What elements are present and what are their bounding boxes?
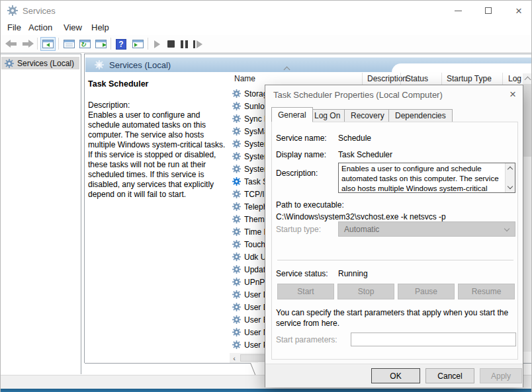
menu-file[interactable]: File [7,22,21,32]
column-separator[interactable] [502,73,503,85]
column-separator[interactable] [362,73,363,85]
description-text: Enables a user to configure and schedule… [341,164,503,193]
service-status-value: Running [338,269,368,278]
scroll-down-icon[interactable] [508,184,513,189]
apply-button[interactable]: Apply [480,368,522,383]
stop-service-button[interactable] [165,37,177,51]
pause-button[interactable]: Pause [398,284,455,299]
play-icon [154,40,160,48]
chevron-down-icon [504,226,510,231]
dialog-tab-dependencies[interactable]: Dependencies [388,109,453,122]
vertical-scrollbar[interactable] [523,73,532,352]
service-description-pane: Task Scheduler Description: Enables a us… [88,74,228,352]
forward-arrow-icon [21,40,34,48]
dialog-close-button[interactable]: × [510,88,516,101]
services-gear-icon [5,59,14,68]
panel-header-label: Services (Local) [109,60,171,70]
description-textbox[interactable]: Enables a user to configure and schedule… [338,163,515,193]
pause-service-button[interactable] [178,37,190,51]
service-gear-icon [232,253,241,261]
back-button[interactable] [5,37,18,51]
console-tree-icon [42,40,54,48]
ok-button[interactable]: OK [371,368,420,383]
menu-view[interactable]: View [64,22,82,32]
column-separator[interactable] [400,73,401,85]
column-name[interactable]: Name [234,74,255,83]
start-button[interactable]: Start [277,284,334,299]
column-status[interactable]: Status [406,74,428,83]
toolbar-separator [37,38,38,50]
menu-bar: File Action View Help [1,20,532,35]
service-gear-icon [232,139,241,148]
properties-button[interactable] [62,37,76,51]
service-gear-icon [232,127,241,136]
restart-service-button[interactable] [191,37,204,51]
properties-icon [64,40,75,48]
scroll-up-icon[interactable] [525,77,531,83]
dialog-tab-recovery[interactable]: Recovery [344,109,391,122]
back-arrow-icon [5,40,18,48]
service-status-label: Service status: [276,269,328,278]
column-startup-type[interactable]: Startup Type [447,74,492,83]
column-separator[interactable] [441,73,442,85]
separator [277,260,513,260]
console-tree-panel: Services (Local) [1,54,81,374]
toolbar-separator [111,38,111,50]
pause-icon [181,40,188,48]
scroll-left-icon[interactable]: ‹ [230,354,239,362]
window-title: Services [22,6,56,16]
service-gear-icon [232,240,241,249]
refresh-icon: ↻ [79,40,91,48]
forward-button[interactable] [21,37,34,51]
toolbar-separator [58,38,59,50]
general-tab-page: Service name: Schedule Display name: Tas… [271,122,518,360]
description-label: Description: [276,169,318,178]
description-scrollbar[interactable] [505,163,515,192]
help-button[interactable]: ? [114,37,128,51]
stop-icon [167,40,175,48]
show-console-tree-button[interactable] [40,37,56,51]
start-parameters-input[interactable] [351,333,516,346]
refresh-button[interactable]: ↻ [77,37,92,51]
list-header: Name Description Status Startup Type Log [230,73,523,86]
dialog-tab-log-on[interactable]: Log On [308,109,347,122]
column-description[interactable]: Description [367,74,407,83]
service-gear-icon [232,89,241,98]
service-gear-icon [232,278,241,286]
close-button[interactable]: × [504,1,532,20]
service-gear-icon [232,114,241,123]
show-action-pane-button[interactable] [130,37,146,51]
help-icon: ? [116,39,126,50]
services-app-icon [7,5,18,16]
service-gear-icon [232,152,241,161]
panel-gear-icon [95,60,104,69]
export-list-icon [95,40,107,48]
tree-item-label: Services (Local) [17,59,74,68]
service-name-value: Schedule [338,134,371,143]
action-pane-icon [132,40,144,48]
description-label: Description: [88,100,228,110]
maximize-button[interactable] [473,1,504,20]
minimize-button[interactable] [443,1,473,20]
export-list-button[interactable] [93,37,109,51]
vertical-scroll-thumb[interactable] [523,84,532,157]
tree-item-services-local[interactable]: Services (Local) [1,57,79,69]
column-log-on-as[interactable]: Log [508,74,521,83]
service-gear-icon [232,340,241,349]
dialog-title: Task Scheduler Properties (Local Compute… [273,90,443,100]
dialog-tab-general[interactable]: General [271,107,313,122]
service-gear-icon [232,165,241,173]
resume-button[interactable]: Resume [458,284,515,299]
cancel-button[interactable]: Cancel [425,368,474,383]
task-scheduler-properties-dialog: Task Scheduler Properties (Local Compute… [265,85,523,387]
scroll-up-icon[interactable] [508,167,513,172]
menu-action[interactable]: Action [28,22,52,32]
maximize-icon [485,7,492,14]
stop-button[interactable]: Stop [337,284,394,299]
service-gear-icon [232,177,241,186]
menu-help[interactable]: Help [91,22,109,32]
service-gear-icon [232,315,241,324]
toolbar: ↻ ? [1,35,532,53]
start-service-button[interactable] [151,37,163,51]
startup-type-dropdown[interactable]: Automatic [338,221,515,237]
